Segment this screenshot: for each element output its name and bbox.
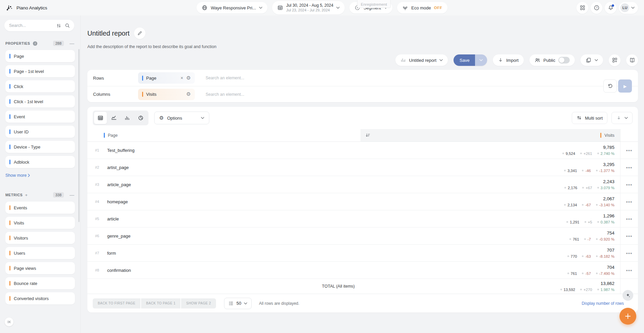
add-fab-button[interactable] xyxy=(619,308,636,325)
search-input[interactable] xyxy=(9,23,53,28)
filter-sliders-icon[interactable] xyxy=(56,23,61,29)
public-toggle-pill[interactable]: Public xyxy=(529,54,575,66)
collapse-section-icon[interactable]: — xyxy=(70,41,74,46)
metric-item[interactable]: Converted visitors xyxy=(5,292,75,304)
property-accent-bar xyxy=(9,54,10,58)
property-item[interactable]: Device - Type xyxy=(5,141,75,153)
total-visits: 13,862 xyxy=(601,281,614,286)
previous-value: 2,134 xyxy=(567,203,577,207)
property-item[interactable]: User ID xyxy=(5,126,75,138)
add-metric-icon[interactable]: + xyxy=(25,193,28,198)
rows-search-input[interactable] xyxy=(206,76,313,80)
info-icon[interactable]: i xyxy=(33,41,38,46)
table-row[interactable]: #1 Test_buffering 9,785 9,524 +261 2.740… xyxy=(87,142,638,159)
back-to-first-page-button[interactable]: BACK TO FIRST PAGE xyxy=(93,298,140,308)
row-actions-button[interactable]: ••• xyxy=(626,199,633,205)
row-actions-button[interactable]: ••• xyxy=(626,165,633,170)
property-item[interactable]: Page - 1st level xyxy=(5,65,75,77)
row-chip-page[interactable]: Page × ⚙ xyxy=(138,72,195,84)
site-selector[interactable]: Waye Responsive Pri... xyxy=(197,2,267,13)
sidebar-scrollbar[interactable] xyxy=(78,49,80,222)
bar-chart-view-button[interactable] xyxy=(121,112,134,124)
remove-chip-icon[interactable]: × xyxy=(180,75,183,81)
property-accent-bar xyxy=(9,114,10,119)
multi-sort-button[interactable]: Multi sort xyxy=(572,112,607,124)
row-actions-button[interactable]: ••• xyxy=(626,148,633,153)
metric-item[interactable]: Visitors xyxy=(5,232,75,244)
apps-grid-button[interactable] xyxy=(576,2,588,14)
report-selector[interactable]: Untitled report xyxy=(395,54,448,66)
table-header: Page Visits xyxy=(87,129,638,142)
export-button[interactable] xyxy=(611,112,633,124)
metric-item[interactable]: Page views xyxy=(5,262,75,274)
property-label: User ID xyxy=(14,129,29,134)
metric-item[interactable]: Bounce rate xyxy=(5,277,75,289)
gear-icon: ⚙ xyxy=(159,116,164,121)
page-column-header[interactable]: Page xyxy=(87,129,360,141)
column-chip-visits[interactable]: Visits ⚙ xyxy=(138,89,195,100)
display-number-of-rows-link[interactable]: Display number of rows xyxy=(582,301,624,306)
property-item[interactable]: Click xyxy=(5,80,75,92)
metric-item[interactable]: Events xyxy=(5,202,75,214)
public-toggle[interactable] xyxy=(558,57,570,64)
property-item[interactable]: Click - 1st level xyxy=(5,95,75,108)
delta-value: +67 xyxy=(586,186,592,190)
table-row[interactable]: #3 article_page 2,243 2,176 +67 3.079 % … xyxy=(87,176,638,193)
reset-button[interactable] xyxy=(603,80,617,93)
options-dropdown[interactable]: ⚙ Options xyxy=(154,112,209,124)
compare-dot xyxy=(597,221,599,223)
save-button[interactable]: Save xyxy=(454,54,475,66)
back-to-page-1-button[interactable]: BACK TO PAGE 1 xyxy=(141,298,180,308)
notifications-button[interactable] xyxy=(605,2,616,14)
search-icon[interactable] xyxy=(65,23,70,29)
line-chart-view-button[interactable] xyxy=(108,112,120,124)
property-item[interactable]: Event xyxy=(5,111,75,123)
eco-mode-toggle[interactable]: Eco mode OFF xyxy=(397,2,447,13)
add-widget-button[interactable] xyxy=(609,54,620,66)
table-row[interactable]: #4 homepage 2,067 2,134 -67 -3.140 % ••• xyxy=(87,193,638,210)
table-row[interactable]: #7 form 707 770 -63 -8.182 % ••• xyxy=(87,245,638,262)
library-button[interactable] xyxy=(626,54,638,66)
pie-chart-view-button[interactable] xyxy=(134,112,147,124)
property-item[interactable]: Page xyxy=(5,50,75,62)
row-actions-button[interactable]: ••• xyxy=(626,233,633,239)
visits-column-header[interactable]: Visits xyxy=(360,129,620,141)
pagination-bar: BACK TO FIRST PAGE BACK TO PAGE 1 SHOW P… xyxy=(87,294,638,313)
save-options-button[interactable] xyxy=(475,54,487,66)
collapse-section-icon[interactable]: — xyxy=(70,192,74,198)
columns-search-input[interactable] xyxy=(206,92,313,97)
table-row[interactable]: #5 article 1,296 1,291 +5 0.387 % ••• xyxy=(87,210,638,227)
metric-item[interactable]: Visits xyxy=(5,217,75,229)
duplicate-button[interactable] xyxy=(581,54,603,66)
table-view-button[interactable] xyxy=(94,112,107,124)
show-page-2-button[interactable]: SHOW PAGE 2 xyxy=(181,298,216,308)
rows-per-page-select[interactable]: 50 xyxy=(224,298,252,309)
row-actions-button[interactable]: ••• xyxy=(626,250,633,256)
compare-dot xyxy=(596,273,598,274)
metric-item[interactable]: Users xyxy=(5,247,75,259)
columns-config: Columns Visits ⚙ xyxy=(87,86,638,102)
compare-dot xyxy=(596,204,598,206)
edit-title-button[interactable] xyxy=(134,28,145,39)
table-row[interactable]: #6 genre_page 754 761 -7 -0.920 % ••• xyxy=(87,227,638,245)
table-row[interactable]: #8 confirmation 704 761 -57 -7.490 % ••• xyxy=(87,262,638,279)
gear-icon[interactable]: ⚙ xyxy=(186,76,191,81)
date-range-selector[interactable]: Jul 30, 2024 - Aug 5, 2024 Jul 23, 2024 … xyxy=(272,1,345,14)
row-actions-button[interactable]: ••• xyxy=(626,216,633,222)
row-actions-button[interactable]: ••• xyxy=(626,267,633,273)
show-more-link[interactable]: Show more xyxy=(5,173,30,178)
import-button[interactable]: Import xyxy=(493,54,524,66)
eco-mode-state: OFF xyxy=(434,6,442,10)
assistant-wand-button[interactable] xyxy=(622,290,633,301)
run-query-button[interactable]: ▶ xyxy=(618,80,632,93)
row-actions-button[interactable]: ••• xyxy=(626,182,633,188)
property-item[interactable]: Adblock xyxy=(5,156,75,168)
compare-dot xyxy=(567,273,569,274)
help-button[interactable]: ? xyxy=(591,2,602,14)
table-row[interactable]: #2 artist_page 3,295 3,341 -46 -1.377 % … xyxy=(87,159,638,176)
gear-icon[interactable]: ⚙ xyxy=(186,92,191,97)
collapse-sidebar-button[interactable] xyxy=(5,318,13,326)
user-menu[interactable]: LU xyxy=(619,2,638,14)
report-description-hint[interactable]: Add the description of the report to bes… xyxy=(87,44,638,49)
sidebar-search[interactable] xyxy=(4,20,74,31)
